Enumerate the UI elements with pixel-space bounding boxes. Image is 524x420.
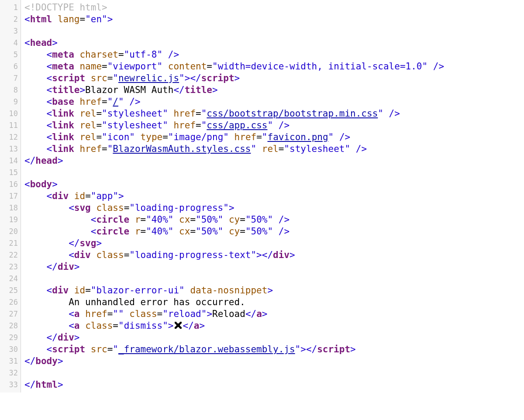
line-number: 15	[0, 167, 18, 179]
line-number: 8	[0, 84, 18, 96]
line-number: 13	[0, 143, 18, 155]
line-number: 19	[0, 214, 18, 226]
code-line[interactable]: </div>	[24, 332, 521, 344]
line-number: 29	[0, 332, 18, 344]
code-line[interactable]: <meta name="viewport" content="width=dev…	[24, 61, 521, 72]
code-line[interactable]: <svg class="loading-progress">	[24, 202, 521, 214]
line-number: 21	[0, 238, 18, 249]
code-area[interactable]: <!DOCTYPE html><html lang="en"><head> <m…	[21, 0, 524, 392]
code-line[interactable]: <div class="loading-progress-text"></div…	[24, 249, 521, 261]
line-number: 4	[0, 37, 18, 49]
line-number: 33	[0, 379, 18, 391]
code-line[interactable]: An unhandled error has occurred.	[24, 296, 521, 308]
code-line[interactable]	[24, 167, 521, 179]
code-line[interactable]: </div>	[24, 261, 521, 273]
line-number: 20	[0, 226, 18, 238]
code-line[interactable]	[24, 367, 521, 379]
code-line[interactable]: <head>	[24, 37, 521, 49]
code-line[interactable]: <circle r="40%" cx="50%" cy="50%" />	[24, 214, 521, 226]
line-number: 12	[0, 131, 18, 143]
line-number: 26	[0, 296, 18, 308]
code-line[interactable]: <div id="blazor-error-ui" data-nosnippet…	[24, 285, 521, 296]
line-number: 32	[0, 367, 18, 379]
code-line[interactable]: <html lang="en">	[24, 14, 521, 25]
code-line[interactable]: <script src="_framework/blazor.webassemb…	[24, 344, 521, 355]
code-line[interactable]: <circle r="40%" cx="50%" cy="50%" />	[24, 226, 521, 238]
code-line[interactable]: </body>	[24, 355, 521, 367]
line-number: 17	[0, 190, 18, 202]
code-line[interactable]: <a href="" class="reload">Reload</a>	[24, 308, 521, 320]
code-line[interactable]: <script src="newrelic.js"></script>	[24, 72, 521, 84]
code-editor: 1234567891011121314151617181920212223242…	[0, 0, 524, 392]
line-number: 3	[0, 25, 18, 37]
line-number: 25	[0, 285, 18, 296]
line-number: 11	[0, 120, 18, 131]
line-number: 23	[0, 261, 18, 273]
line-number: 30	[0, 344, 18, 355]
code-line[interactable]: <link rel="icon" type="image/png" href="…	[24, 131, 521, 143]
line-number: 10	[0, 108, 18, 120]
code-line[interactable]	[24, 25, 521, 37]
line-number: 1	[0, 2, 18, 14]
code-line[interactable]: <a class="dismiss">🗙</a>	[24, 320, 521, 332]
line-number: 24	[0, 273, 18, 285]
code-line[interactable]: <!DOCTYPE html>	[24, 2, 521, 14]
line-number: 7	[0, 72, 18, 84]
line-number: 9	[0, 96, 18, 108]
code-line[interactable]: <link rel="stylesheet" href="css/app.css…	[24, 120, 521, 131]
code-line[interactable]: <title>Blazor WASM Auth</title>	[24, 84, 521, 96]
code-line[interactable]: </html>	[24, 379, 521, 391]
line-number: 5	[0, 49, 18, 61]
line-number: 27	[0, 308, 18, 320]
code-line[interactable]: </head>	[24, 155, 521, 167]
line-number: 6	[0, 61, 18, 72]
line-number: 14	[0, 155, 18, 167]
code-line[interactable]: <body>	[24, 179, 521, 190]
line-number: 16	[0, 179, 18, 190]
code-line[interactable]: <base href="/" />	[24, 96, 521, 108]
line-number: 28	[0, 320, 18, 332]
line-number: 31	[0, 355, 18, 367]
code-line[interactable]	[24, 273, 521, 285]
line-number-gutter: 1234567891011121314151617181920212223242…	[0, 0, 21, 392]
line-number: 18	[0, 202, 18, 214]
code-line[interactable]: <link rel="stylesheet" href="css/bootstr…	[24, 108, 521, 120]
code-line[interactable]: </svg>	[24, 238, 521, 249]
code-line[interactable]: <meta charset="utf-8" />	[24, 49, 521, 61]
code-line[interactable]: <div id="app">	[24, 190, 521, 202]
code-line[interactable]: <link href="BlazorWasmAuth.styles.css" r…	[24, 143, 521, 155]
line-number: 2	[0, 14, 18, 25]
line-number: 22	[0, 249, 18, 261]
